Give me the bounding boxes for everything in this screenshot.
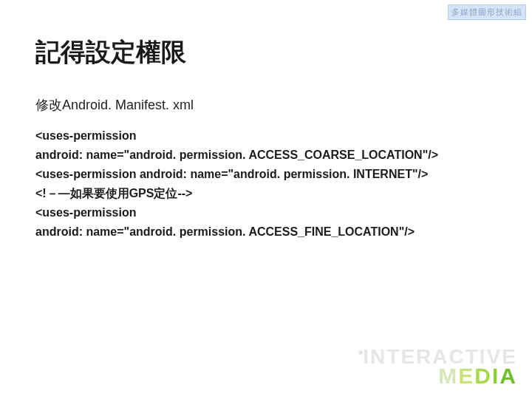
code-line: <uses-permission [35,127,497,145]
code-line: <!－—如果要使用GPS定位--> [35,185,497,202]
code-line: <uses-permission [35,204,497,222]
footer-logo: INTERACTIVE MEDIA [358,347,517,386]
slide-title: 記得設定權限 [35,35,186,69]
manifest-code-block: <uses-permission android: name="android.… [35,127,497,242]
course-badge: 多媒體圖形技術組 [448,4,526,20]
footer-word-2: MEDIA [358,366,517,386]
code-line: <uses-permission android: name="android.… [35,166,497,183]
code-line: android: name="android. permission. ACCE… [35,146,497,164]
slide-subtitle: 修改Android. Manifest. xml [35,96,194,114]
code-line: android: name="android. permission. ACCE… [35,223,497,241]
